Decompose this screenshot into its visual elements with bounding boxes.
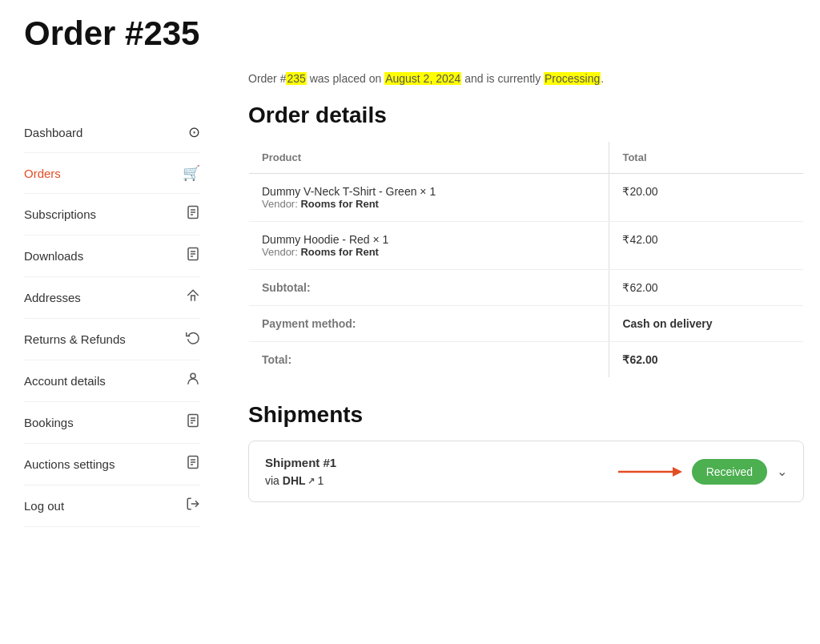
shipments-section: Shipments Shipment #1 via DHL ↗ 1 xyxy=(248,402,804,502)
sidebar-label-subscriptions: Subscriptions xyxy=(24,207,96,221)
subtotal-value: ₹62.00 xyxy=(609,270,804,306)
sidebar-item-addresses[interactable]: Addresses xyxy=(24,277,200,319)
sidebar-item-logout[interactable]: Log out xyxy=(24,485,200,527)
shipment-info: Shipment #1 via DHL ↗ 1 xyxy=(265,456,336,487)
chevron-down-icon[interactable]: ⌄ xyxy=(777,464,787,479)
carrier-link[interactable]: DHL ↗ xyxy=(283,474,315,487)
svg-marker-19 xyxy=(673,467,682,477)
svg-point-8 xyxy=(191,373,195,378)
table-row: Dummy Hoodie - Red × 1 Vendor: Rooms for… xyxy=(249,222,804,270)
vendor-1: Vendor: Rooms for Rent xyxy=(262,198,596,210)
sidebar-label-orders: Orders xyxy=(24,167,61,180)
product-name-1: Dummy V-Neck T-Shirt - Green × 1 xyxy=(262,185,596,198)
payment-value: Cash on delivery xyxy=(609,306,804,342)
product-cell-1: Dummy V-Neck T-Shirt - Green × 1 Vendor:… xyxy=(249,174,609,222)
logout-icon xyxy=(186,497,200,515)
product-name-2: Dummy Hoodie - Red × 1 xyxy=(262,233,596,246)
order-status-highlight: Processing xyxy=(544,72,601,85)
sidebar-label-dashboard: Dashboard xyxy=(24,126,82,139)
sidebar-label-bookings: Bookings xyxy=(24,416,74,429)
via-label: via xyxy=(265,474,283,487)
person-icon xyxy=(186,372,200,390)
sidebar-item-returns[interactable]: Returns & Refunds xyxy=(24,319,200,360)
order-meta-suffix: and is currently xyxy=(461,72,544,85)
arrow-indicator xyxy=(618,462,682,481)
sidebar-label-addresses: Addresses xyxy=(24,291,81,304)
received-button[interactable]: Received xyxy=(692,459,767,485)
sidebar-label-returns: Returns & Refunds xyxy=(24,332,126,346)
subtotal-label: Subtotal: xyxy=(249,270,609,306)
order-meta-prefix: Order # xyxy=(248,72,286,85)
product-cell-2: Dummy Hoodie - Red × 1 Vendor: Rooms for… xyxy=(249,222,609,270)
total-cell-1: ₹20.00 xyxy=(609,174,804,222)
summary-row-payment: Payment method: Cash on delivery xyxy=(249,306,804,342)
shipment-right: Received ⌄ xyxy=(618,459,787,485)
shipment-card: Shipment #1 via DHL ↗ 1 xyxy=(248,441,804,502)
sidebar-item-subscriptions[interactable]: Subscriptions xyxy=(24,194,200,235)
col-header-total: Total xyxy=(609,142,804,174)
external-link-icon: ↗ xyxy=(308,476,315,486)
sidebar-label-account: Account details xyxy=(24,374,106,388)
shipments-title: Shipments xyxy=(248,402,804,428)
main-content: Order #235 was placed on August 2, 2024 … xyxy=(216,72,804,527)
sidebar-item-auctions[interactable]: Auctions settings xyxy=(24,444,200,485)
total-value: ₹62.00 xyxy=(609,342,804,378)
total-label: Total: xyxy=(249,342,609,378)
shipment-via: via DHL ↗ 1 xyxy=(265,474,336,487)
sidebar-item-orders[interactable]: Orders 🛒 xyxy=(24,153,200,194)
payment-label: Payment method: xyxy=(249,306,609,342)
order-meta: Order #235 was placed on August 2, 2024 … xyxy=(248,72,804,85)
sidebar-label-downloads: Downloads xyxy=(24,249,83,263)
sidebar-label-logout: Log out xyxy=(24,499,64,513)
page-title: Order #235 xyxy=(24,14,199,53)
arrow-svg xyxy=(618,462,682,481)
col-header-product: Product xyxy=(249,142,609,174)
summary-row-total: Total: ₹62.00 xyxy=(249,342,804,378)
sidebar: Dashboard ⊙ Orders 🛒 Subscriptions Downl… xyxy=(24,112,216,527)
order-details-title: Order details xyxy=(248,103,804,128)
total-cell-2: ₹42.00 xyxy=(609,222,804,270)
downloads-icon xyxy=(186,247,200,265)
shipment-title: Shipment #1 xyxy=(265,456,336,469)
summary-row-subtotal: Subtotal: ₹62.00 xyxy=(249,270,804,306)
auctions-icon xyxy=(186,455,200,473)
order-table: Product Total Dummy V-Neck T-Shirt - Gre… xyxy=(248,141,804,378)
sidebar-item-downloads[interactable]: Downloads xyxy=(24,235,200,277)
subscriptions-icon xyxy=(186,205,200,223)
sidebar-item-account[interactable]: Account details xyxy=(24,360,200,402)
sidebar-item-bookings[interactable]: Bookings xyxy=(24,402,200,444)
home-icon xyxy=(186,288,200,307)
bookings-icon xyxy=(186,413,200,432)
order-meta-middle: was placed on xyxy=(307,72,384,85)
returns-icon xyxy=(186,330,200,348)
dashboard-icon: ⊙ xyxy=(188,123,200,141)
cart-icon: 🛒 xyxy=(183,164,200,182)
vendor-2: Vendor: Rooms for Rent xyxy=(262,246,596,258)
order-date-highlight: August 2, 2024 xyxy=(384,72,461,85)
table-row: Dummy V-Neck T-Shirt - Green × 1 Vendor:… xyxy=(249,174,804,222)
sidebar-label-auctions: Auctions settings xyxy=(24,457,115,471)
order-number-highlight: 235 xyxy=(286,72,306,85)
sidebar-item-dashboard[interactable]: Dashboard ⊙ xyxy=(24,112,200,153)
